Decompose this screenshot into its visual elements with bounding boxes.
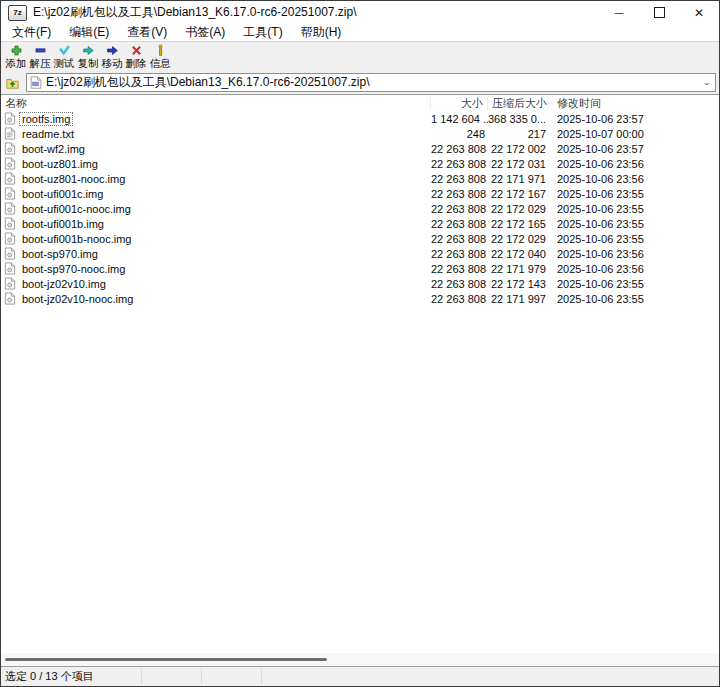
archive-icon [30, 76, 42, 89]
file-name-cell: boot-sp970-nooc.img [1, 262, 431, 276]
file-row[interactable]: boot-sp970-nooc.img22 263 80822 171 9792… [1, 261, 719, 276]
toolbar-copy-button[interactable]: 复制 [76, 44, 100, 70]
toolbar-test-label: 测试 [54, 57, 75, 70]
file-name[interactable]: boot-uz801.img [19, 157, 101, 171]
img-file-icon [4, 157, 16, 170]
file-size: 22 263 808 [431, 293, 488, 305]
file-packed-size: 22 172 031 [488, 158, 549, 170]
file-name[interactable]: boot-uz801-nooc.img [19, 172, 128, 186]
img-file-icon [4, 232, 16, 245]
file-name[interactable]: rootfs.img [19, 112, 73, 126]
maximize-icon [654, 7, 665, 18]
file-packed-size: 22 172 029 [488, 203, 549, 215]
address-bar: E:\jz02刷机包以及工具\Debian13_K6.17.0-rc6-2025… [1, 73, 719, 94]
file-modified: 2025-10-06 23:55 [549, 188, 719, 200]
img-file-icon [4, 217, 16, 230]
file-modified: 2025-10-06 23:56 [549, 248, 719, 260]
toolbar-extract-button[interactable]: 解压 [28, 44, 52, 70]
menu-item-file[interactable]: 文件(F) [3, 24, 60, 41]
file-modified: 2025-10-06 23:55 [549, 293, 719, 305]
file-name-cell: boot-ufi001b.img [1, 217, 431, 231]
file-row[interactable]: boot-ufi001b-nooc.img22 263 80822 172 02… [1, 231, 719, 246]
file-name[interactable]: boot-wf2.img [19, 142, 88, 156]
file-size: 22 263 808 [431, 158, 488, 170]
file-name[interactable]: boot-sp970.img [19, 247, 101, 261]
minimize-button[interactable]: ─ [599, 1, 639, 24]
file-row[interactable]: readme.txt2482172025-10-07 00:00 [1, 126, 719, 141]
file-size: 22 263 808 [431, 248, 488, 260]
toolbar-info-label: 信息 [150, 57, 171, 70]
img-file-icon [4, 247, 16, 260]
column-header-packed[interactable]: 压缩后大小 [488, 97, 549, 110]
toolbar-delete-label: 删除 [126, 57, 147, 70]
file-name[interactable]: boot-ufi001c-nooc.img [19, 202, 134, 216]
file-size: 1 142 604 ... [431, 113, 488, 125]
file-modified: 2025-10-06 23:56 [549, 158, 719, 170]
toolbar-test-button[interactable]: 测试 [52, 44, 76, 70]
file-name[interactable]: boot-jz02v10-nooc.img [19, 292, 136, 306]
menu-item-tools[interactable]: 工具(T) [234, 24, 291, 41]
menu-item-edit[interactable]: 编辑(E) [60, 24, 118, 41]
file-modified: 2025-10-06 23:56 [549, 173, 719, 185]
toolbar: 添加解压测试复制移动删除信息 [1, 42, 719, 73]
status-divider [141, 669, 142, 684]
img-file-icon [4, 142, 16, 155]
file-row[interactable]: boot-uz801.img22 263 80822 172 0312025-1… [1, 156, 719, 171]
chevron-down-icon[interactable]: ⌄ [703, 78, 712, 87]
maximize-button[interactable] [639, 1, 679, 24]
file-row[interactable]: boot-jz02v10-nooc.img22 263 80822 171 99… [1, 291, 719, 306]
horizontal-scrollbar-thumb[interactable] [5, 658, 327, 661]
file-packed-size: 22 172 002 [488, 143, 549, 155]
close-button[interactable]: ✕ [679, 1, 719, 24]
file-packed-size: 368 335 0... [488, 113, 549, 125]
file-name[interactable]: boot-ufi001b-nooc.img [19, 232, 134, 246]
file-name-cell: readme.txt [1, 127, 431, 141]
column-header-name[interactable]: 名称 [1, 97, 431, 110]
file-modified: 2025-10-06 23:55 [549, 218, 719, 230]
file-row[interactable]: boot-ufi001c.img22 263 80822 172 1672025… [1, 186, 719, 201]
file-row[interactable]: boot-wf2.img22 263 80822 172 0022025-10-… [1, 141, 719, 156]
up-folder-icon [5, 76, 20, 90]
file-packed-size: 22 172 143 [488, 278, 549, 290]
horizontal-scrollbar[interactable] [1, 653, 719, 666]
file-modified: 2025-10-06 23:55 [549, 233, 719, 245]
file-name[interactable]: boot-sp970-nooc.img [19, 262, 128, 276]
file-name[interactable]: boot-ufi001b.img [19, 217, 107, 231]
column-header-size[interactable]: 大小 [431, 97, 488, 110]
file-packed-size: 217 [488, 128, 549, 140]
img-file-icon [4, 112, 16, 125]
toolbar-info-button[interactable]: 信息 [148, 44, 172, 70]
menu-item-bookmarks[interactable]: 书签(A) [176, 24, 234, 41]
file-packed-size: 22 171 971 [488, 173, 549, 185]
file-row[interactable]: rootfs.img1 142 604 ...368 335 0...2025-… [1, 111, 719, 126]
column-header-modified[interactable]: 修改时间 [549, 97, 719, 110]
file-modified: 2025-10-06 23:57 [549, 143, 719, 155]
menu-item-help[interactable]: 帮助(H) [292, 24, 351, 41]
file-name-cell: boot-wf2.img [1, 142, 431, 156]
menu-bar: 文件(F)编辑(E)查看(V)书签(A)工具(T)帮助(H) [1, 24, 719, 42]
file-row[interactable]: boot-jz02v10.img22 263 80822 172 1432025… [1, 276, 719, 291]
file-size: 22 263 808 [431, 278, 488, 290]
file-row[interactable]: boot-ufi001b.img22 263 80822 172 1652025… [1, 216, 719, 231]
title-bar: 7z E:\jz02刷机包以及工具\Debian13_K6.17.0-rc6-2… [1, 1, 719, 24]
file-size: 22 263 808 [431, 233, 488, 245]
file-name-cell: boot-ufi001c-nooc.img [1, 202, 431, 216]
file-row[interactable]: boot-ufi001c-nooc.img22 263 80822 172 02… [1, 201, 719, 216]
up-one-level-button[interactable] [4, 75, 21, 91]
file-name[interactable]: boot-jz02v10.img [19, 277, 109, 291]
file-size: 22 263 808 [431, 203, 488, 215]
img-file-icon [4, 277, 16, 290]
toolbar-add-button[interactable]: 添加 [4, 44, 28, 70]
file-name[interactable]: boot-ufi001c.img [19, 187, 106, 201]
file-packed-size: 22 172 167 [488, 188, 549, 200]
file-name-cell: boot-sp970.img [1, 247, 431, 261]
toolbar-move-button[interactable]: 移动 [100, 44, 124, 70]
address-path[interactable]: E:\jz02刷机包以及工具\Debian13_K6.17.0-rc6-2025… [46, 74, 699, 91]
menu-item-view[interactable]: 查看(V) [118, 24, 176, 41]
file-name[interactable]: readme.txt [19, 127, 77, 141]
file-row[interactable]: boot-sp970.img22 263 80822 172 0402025-1… [1, 246, 719, 261]
file-row[interactable]: boot-uz801-nooc.img22 263 80822 171 9712… [1, 171, 719, 186]
toolbar-delete-button[interactable]: 删除 [124, 44, 148, 70]
file-size: 22 263 808 [431, 188, 488, 200]
address-combobox[interactable]: E:\jz02刷机包以及工具\Debian13_K6.17.0-rc6-2025… [26, 73, 716, 92]
